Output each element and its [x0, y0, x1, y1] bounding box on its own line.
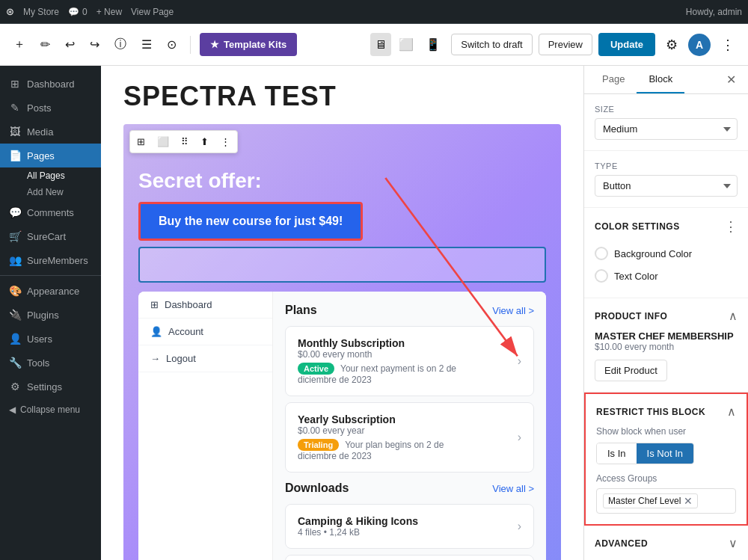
sidebar-item-appearance[interactable]: 🎨 Appearance [0, 279, 101, 303]
suremembers-icon: 👥 [9, 254, 21, 266]
more-block-btn[interactable]: ⋮ [216, 133, 235, 150]
restrict-collapse-button[interactable]: ∧ [727, 404, 736, 419]
background-color-swatch[interactable] [595, 247, 608, 260]
access-groups-input[interactable]: Master Chef Level ✕ [596, 488, 736, 514]
tools-icon: 🔧 [9, 357, 21, 369]
tab-page[interactable]: Page [590, 66, 637, 93]
add-block-button[interactable]: ＋ [9, 32, 30, 57]
block-input-bar [138, 247, 546, 283]
restrict-this-block-section: Restrict This Block ∧ Show block when us… [584, 393, 748, 526]
panel-close-button[interactable]: ✕ [720, 66, 742, 93]
switch-to-draft-button[interactable]: Switch to draft [451, 34, 532, 55]
update-button[interactable]: Update [598, 33, 655, 56]
size-label: SIZE [595, 105, 738, 114]
size-section: SIZE Medium [584, 94, 748, 151]
background-color-label: Background Color [614, 248, 692, 259]
nav-item-dashboard[interactable]: ⊞ Dashboard [138, 292, 272, 319]
access-tag-remove-button[interactable]: ✕ [684, 496, 693, 506]
size-select[interactable]: Medium [595, 118, 738, 140]
color-settings-more-icon[interactable]: ⋮ [724, 218, 738, 235]
text-color-row: Text Color [595, 265, 738, 287]
background-color-row: Background Color [595, 242, 738, 265]
editor-canvas: SPECTRA TEST ⊞ ⬜ ⠿ ⬆ ⋮ Secret offer: [101, 66, 583, 560]
account-icon: 👤 [150, 326, 162, 337]
plan-desc-yearly: Your plan begins on 2 de [345, 440, 444, 450]
move-block-btn[interactable]: ⬆ [196, 133, 213, 150]
image-block-btn[interactable]: ⬜ [153, 133, 174, 150]
plan-desc-2: diciembre de 2023 [298, 375, 456, 385]
settings-circle-button[interactable]: ⊙ [162, 33, 181, 56]
access-groups-label: Access Groups [596, 473, 736, 484]
new-button[interactable]: + New [96, 7, 122, 17]
sidebar-item-comments[interactable]: 💬 Comments [0, 200, 101, 224]
tab-block[interactable]: Block [637, 66, 684, 93]
sidebar-sub-add-new[interactable]: Add New [0, 184, 101, 200]
info-button[interactable]: ⓘ [110, 32, 131, 57]
is-not-in-toggle-button[interactable]: Is Not In [637, 443, 693, 464]
store-name[interactable]: My Store [23, 7, 59, 17]
more-options-button[interactable]: ⋮ [717, 32, 739, 58]
collapse-menu-button[interactable]: ◀ Collapse menu [0, 399, 101, 421]
view-page-link[interactable]: View Page [131, 7, 174, 17]
dashboard-icon: ⊞ [9, 78, 21, 90]
editor-settings-button[interactable]: ⚙ [661, 32, 682, 58]
sidebar-item-media[interactable]: 🖼 Media [0, 120, 101, 144]
download-card-1[interactable]: Camping & Hiking Icons 4 files • 1,24 kB… [285, 504, 534, 549]
canvas-inner: SPECTRA TEST ⊞ ⬜ ⠿ ⬆ ⋮ Secret offer: [101, 66, 583, 560]
downloads-section-header: Downloads View all > [285, 481, 534, 495]
grid-view-block-btn[interactable]: ⊞ [132, 133, 150, 150]
banner-secret-text: Secret offer: [138, 169, 546, 193]
nav-item-account[interactable]: 👤 Account [138, 319, 272, 345]
list-view-button[interactable]: ☰ [137, 33, 156, 56]
tablet-view-button[interactable]: ⬜ [394, 33, 418, 56]
plan-price: $0.00 every month [298, 349, 456, 360]
sidebar-divider [0, 275, 101, 276]
sidebar-item-users[interactable]: 👤 Users [0, 327, 101, 351]
product-info-collapse-button[interactable]: ∧ [729, 309, 738, 323]
product-info-title: Product Info [595, 311, 667, 321]
download-name-1: Camping & Hiking Icons [298, 515, 418, 527]
edit-product-button[interactable]: Edit Product [595, 360, 667, 381]
pencil-tool-button[interactable]: ✏ [36, 33, 55, 56]
sidebar-item-tools[interactable]: 🔧 Tools [0, 351, 101, 375]
download-card-2[interactable]: Application UI Icon Pack › [285, 555, 534, 560]
type-select[interactable]: Button [595, 175, 738, 197]
main-layout: ⊞ Dashboard ✎ Posts 🖼 Media 📄 Pages All … [0, 66, 748, 560]
redo-button[interactable]: ↪ [85, 33, 104, 56]
plans-view-all[interactable]: View all > [492, 305, 534, 316]
trialing-badge: Trialing [298, 439, 339, 451]
sidebar-item-plugins[interactable]: 🔌 Plugins [0, 303, 101, 327]
right-panel: Page Block ✕ SIZE Medium TYPE Button Col… [583, 66, 748, 560]
type-section: TYPE Button [584, 151, 748, 208]
downloads-view-all[interactable]: View all > [492, 483, 534, 494]
undo-button[interactable]: ↩ [61, 33, 79, 56]
pages-icon: 📄 [9, 150, 21, 161]
mobile-view-button[interactable]: 📱 [421, 33, 445, 56]
plan-details-yearly: Yearly Subscription $0.00 every year Tri… [298, 413, 444, 461]
nav-item-logout[interactable]: → Logout [138, 345, 272, 372]
desktop-view-button[interactable]: 🖥 [370, 33, 391, 56]
page-content: SPECTRA TEST ⊞ ⬜ ⠿ ⬆ ⋮ Secret offer: [101, 66, 583, 560]
plan-chevron-icon: › [518, 354, 521, 368]
sidebar-item-surecart[interactable]: 🛒 SureCart [0, 224, 101, 248]
preview-button[interactable]: Preview [539, 34, 592, 55]
drag-block-btn[interactable]: ⠿ [177, 133, 193, 150]
cta-button[interactable]: Buy the new course for just $49! [138, 202, 363, 241]
sidebar-item-posts[interactable]: ✎ Posts [0, 96, 101, 120]
sidebar-item-dashboard[interactable]: ⊞ Dashboard [0, 72, 101, 96]
advanced-collapse-button[interactable]: ∨ [729, 536, 738, 550]
sidebar-sub-all-pages[interactable]: All Pages [0, 167, 101, 184]
sidebar-item-settings[interactable]: ⚙ Settings [0, 375, 101, 399]
text-color-swatch[interactable] [595, 269, 608, 283]
star-icon: ★ [210, 39, 219, 50]
block-toolbar: ⊞ ⬜ ⠿ ⬆ ⋮ [129, 130, 238, 153]
sidebar-item-pages[interactable]: 📄 Pages [0, 144, 101, 167]
sidebar-item-suremembers[interactable]: 👥 SureMembers [0, 248, 101, 272]
astra-button[interactable]: A [688, 34, 711, 56]
comment-count[interactable]: 💬 0 [68, 7, 88, 17]
banner-block[interactable]: ⊞ ⬜ ⠿ ⬆ ⋮ Secret offer: Buy the new cour… [123, 124, 561, 560]
plan-card-yearly[interactable]: Yearly Subscription $0.00 every year Tri… [285, 402, 534, 473]
is-in-toggle-button[interactable]: Is In [597, 443, 637, 464]
template-kits-button[interactable]: ★ Template Kits [200, 33, 297, 56]
plan-card-monthly[interactable]: Monthly Subscription $0.00 every month A… [285, 326, 534, 396]
